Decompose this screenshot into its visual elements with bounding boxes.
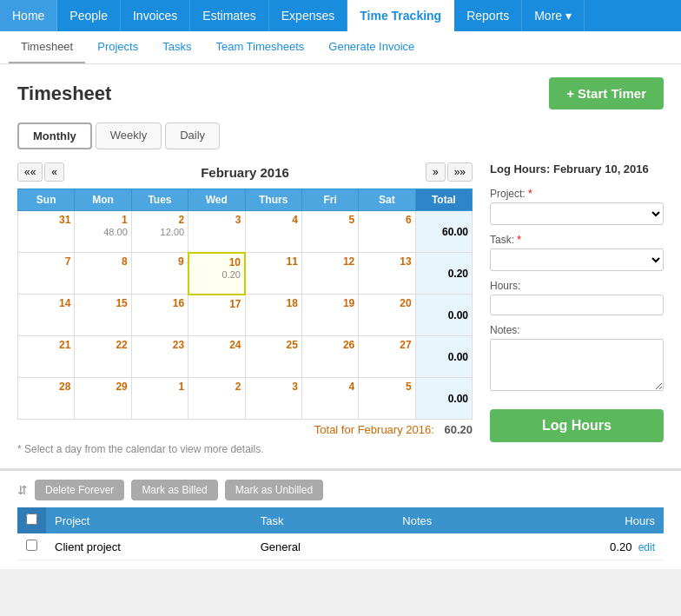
start-timer-button[interactable]: + Start Timer [549, 77, 664, 109]
chevron-down-icon: ▾ [565, 9, 572, 23]
calendar-day[interactable]: 13 [359, 253, 415, 295]
day-number: 7 [65, 255, 71, 268]
calendar-day[interactable]: 5 [301, 211, 358, 253]
cal-prev-month-button[interactable]: « [44, 162, 64, 182]
day-number: 6 [406, 214, 412, 226]
calendar-day[interactable]: 15 [75, 295, 131, 336]
notes-textarea[interactable] [490, 339, 664, 391]
day-number: 28 [59, 381, 70, 393]
project-select[interactable] [490, 202, 664, 225]
log-hours-title: Log Hours: February 10, 2016 [490, 162, 664, 177]
day-number: 2 [235, 381, 241, 393]
sub-nav: Timesheet Projects Tasks Team Timesheets… [0, 31, 681, 64]
calendar-day[interactable]: 3 [245, 378, 301, 420]
row-task: General [252, 533, 394, 560]
cal-next-btns: » »» [426, 162, 473, 182]
nav-expenses[interactable]: Expenses [269, 0, 347, 31]
sub-tasks[interactable]: Tasks [150, 31, 203, 63]
nav-invoices[interactable]: Invoices [121, 0, 190, 31]
nav-estimates[interactable]: Estimates [190, 0, 268, 31]
calendar-day[interactable]: 14 [18, 295, 75, 336]
task-label: Task: * [490, 234, 664, 246]
calendar-day[interactable]: 212.00 [131, 211, 188, 253]
day-number: 8 [122, 255, 128, 268]
calendar-day[interactable]: 20 [359, 295, 415, 336]
edit-link[interactable]: edit [638, 541, 655, 553]
cal-header-fri: Fri [301, 189, 358, 211]
sub-projects[interactable]: Projects [85, 31, 150, 63]
sub-generate-invoice[interactable]: Generate Invoice [316, 31, 426, 63]
calendar-day[interactable]: 23 [131, 336, 188, 378]
calendar-day[interactable]: 12 [301, 253, 358, 295]
cal-next-year-button[interactable]: »» [447, 162, 473, 182]
calendar-day[interactable]: 31 [18, 211, 75, 253]
calendar-day[interactable]: 6 [359, 211, 415, 253]
calendar-day[interactable]: 26 [301, 336, 358, 378]
nav-reports[interactable]: Reports [454, 0, 522, 31]
tab-weekly[interactable]: Weekly [96, 123, 162, 149]
calendar-day[interactable]: 7 [18, 253, 75, 295]
calendar-day[interactable]: 29 [75, 378, 131, 420]
day-number: 25 [287, 339, 298, 351]
select-all-checkbox[interactable] [26, 513, 37, 525]
calendar-day[interactable]: 5 [359, 378, 415, 420]
row-total: 0.20 [415, 253, 472, 295]
calendar-day[interactable]: 3 [188, 211, 245, 253]
calendar-nav: «« « February 2016 » »» [17, 162, 473, 182]
day-number: 26 [343, 339, 354, 351]
calendar-day[interactable]: 25 [245, 336, 301, 378]
day-number: 1 [122, 214, 128, 226]
sub-team-timesheets[interactable]: Team Timesheets [203, 31, 316, 63]
calendar-day[interactable]: 19 [301, 295, 358, 336]
nav-time-tracking[interactable]: Time Tracking [347, 0, 454, 31]
cal-prev-year-button[interactable]: «« [17, 162, 43, 182]
calendar-day[interactable]: 17 [188, 295, 245, 336]
calendar-day[interactable]: 22 [75, 336, 131, 378]
calendar-day[interactable]: 4 [245, 211, 301, 253]
task-select[interactable] [490, 248, 664, 271]
calendar-day[interactable]: 100.20 [188, 253, 245, 295]
calendar-table: Sun Mon Tues Wed Thurs Fri Sat Total 311… [17, 189, 473, 420]
cal-prev-btns: «« « [17, 162, 64, 182]
delete-forever-button[interactable]: Delete Forever [35, 480, 124, 500]
mark-unbilled-button[interactable]: Mark as Unbilled [225, 480, 323, 500]
calendar-day[interactable]: 2 [188, 378, 245, 420]
calendar-day[interactable]: 11 [245, 253, 301, 295]
action-bar: ⇵ Delete Forever Mark as Billed Mark as … [17, 480, 664, 500]
task-group: Task: * [490, 234, 664, 271]
calendar-day[interactable]: 4 [301, 378, 358, 420]
project-required-star: * [528, 188, 532, 200]
sort-icon[interactable]: ⇵ [17, 483, 28, 497]
page-title: Timesheet [17, 83, 111, 105]
calendar-day[interactable]: 148.00 [75, 211, 131, 253]
nav-people[interactable]: People [57, 0, 121, 31]
row-notes [393, 533, 509, 560]
day-number: 18 [287, 297, 298, 309]
nav-home[interactable]: Home [0, 0, 57, 31]
day-number: 15 [116, 297, 127, 309]
calendar-day[interactable]: 27 [359, 336, 415, 378]
cal-next-month-button[interactable]: » [426, 162, 446, 182]
row-hours: 0.20 edit [510, 533, 664, 560]
row-checkbox-cell [17, 533, 46, 560]
calendar-month-label: February 2016 [201, 165, 289, 180]
sub-timesheet[interactable]: Timesheet [9, 31, 85, 63]
row-total: 0.00 [415, 336, 472, 378]
row-checkbox[interactable] [26, 540, 37, 551]
calendar-day[interactable]: 9 [131, 253, 188, 295]
calendar-day[interactable]: 18 [245, 295, 301, 336]
mark-billed-button[interactable]: Mark as Billed [131, 480, 217, 500]
calendar-day[interactable]: 8 [75, 253, 131, 295]
tab-monthly[interactable]: Monthly [17, 123, 92, 149]
day-number: 22 [116, 339, 127, 351]
calendar-day[interactable]: 21 [18, 336, 75, 378]
hours-input[interactable] [490, 295, 664, 315]
log-hours-button[interactable]: Log Hours [490, 409, 664, 442]
calendar-day[interactable]: 1 [131, 378, 188, 420]
tab-daily[interactable]: Daily [165, 123, 220, 149]
calendar-day[interactable]: 28 [18, 378, 75, 420]
calendar-day[interactable]: 16 [131, 295, 188, 336]
nav-more[interactable]: More ▾ [522, 0, 585, 31]
calendar-day[interactable]: 24 [188, 336, 245, 378]
cal-header-tues: Tues [131, 189, 188, 211]
